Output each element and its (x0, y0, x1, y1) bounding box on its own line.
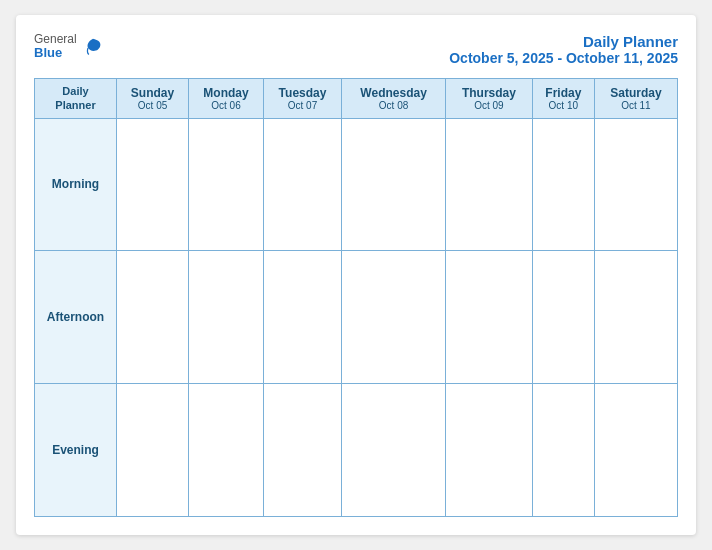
afternoon-label: Afternoon (35, 251, 117, 384)
logo-area: General Blue (34, 33, 103, 60)
morning-tue[interactable] (263, 118, 341, 251)
morning-thu[interactable] (446, 118, 533, 251)
morning-wed[interactable] (342, 118, 446, 251)
evening-label: Evening (35, 384, 117, 517)
morning-mon[interactable] (189, 118, 264, 251)
evening-tue[interactable] (263, 384, 341, 517)
table-body: Morning Afternoon Evening (35, 118, 678, 516)
table-header: DailyPlanner Sunday Oct 05 Monday Oct 06… (35, 79, 678, 119)
col-header-mon: Monday Oct 06 (189, 79, 264, 119)
morning-sun[interactable] (117, 118, 189, 251)
day-name-fri: Friday (537, 86, 590, 100)
logo-blue-text: Blue (34, 46, 77, 60)
col-header-wed: Wednesday Oct 08 (342, 79, 446, 119)
row-evening: Evening (35, 384, 678, 517)
page: General Blue Daily Planner October 5, 20… (16, 15, 696, 535)
day-name-sat: Saturday (599, 86, 673, 100)
morning-sat[interactable] (594, 118, 677, 251)
col-header-sun: Sunday Oct 05 (117, 79, 189, 119)
header: General Blue Daily Planner October 5, 20… (34, 33, 678, 66)
day-date-fri: Oct 10 (537, 100, 590, 111)
day-name-mon: Monday (193, 86, 259, 100)
col-header-label: DailyPlanner (35, 79, 117, 119)
row-morning: Morning (35, 118, 678, 251)
day-name-tue: Tuesday (268, 86, 337, 100)
col-header-tue: Tuesday Oct 07 (263, 79, 341, 119)
logo-icon (83, 37, 103, 57)
afternoon-sat[interactable] (594, 251, 677, 384)
afternoon-fri[interactable] (532, 251, 594, 384)
col-header-sat: Saturday Oct 11 (594, 79, 677, 119)
day-date-thu: Oct 09 (450, 100, 528, 111)
logo-text: General Blue (34, 33, 77, 60)
afternoon-mon[interactable] (189, 251, 264, 384)
day-date-sun: Oct 05 (121, 100, 184, 111)
afternoon-thu[interactable] (446, 251, 533, 384)
col-header-thu: Thursday Oct 09 (446, 79, 533, 119)
planner-subtitle: October 5, 2025 - October 11, 2025 (449, 50, 678, 66)
day-date-tue: Oct 07 (268, 100, 337, 111)
col-header-fri: Friday Oct 10 (532, 79, 594, 119)
planner-title: Daily Planner (449, 33, 678, 50)
evening-sat[interactable] (594, 384, 677, 517)
row-afternoon: Afternoon (35, 251, 678, 384)
title-area: Daily Planner October 5, 2025 - October … (449, 33, 678, 66)
evening-sun[interactable] (117, 384, 189, 517)
morning-fri[interactable] (532, 118, 594, 251)
afternoon-wed[interactable] (342, 251, 446, 384)
morning-label: Morning (35, 118, 117, 251)
day-name-thu: Thursday (450, 86, 528, 100)
day-date-mon: Oct 06 (193, 100, 259, 111)
planner-table: DailyPlanner Sunday Oct 05 Monday Oct 06… (34, 78, 678, 517)
header-row: DailyPlanner Sunday Oct 05 Monday Oct 06… (35, 79, 678, 119)
evening-fri[interactable] (532, 384, 594, 517)
label-header-text: DailyPlanner (55, 85, 95, 111)
evening-thu[interactable] (446, 384, 533, 517)
afternoon-sun[interactable] (117, 251, 189, 384)
day-name-sun: Sunday (121, 86, 184, 100)
evening-wed[interactable] (342, 384, 446, 517)
day-date-sat: Oct 11 (599, 100, 673, 111)
day-date-wed: Oct 08 (346, 100, 441, 111)
evening-mon[interactable] (189, 384, 264, 517)
day-name-wed: Wednesday (346, 86, 441, 100)
afternoon-tue[interactable] (263, 251, 341, 384)
